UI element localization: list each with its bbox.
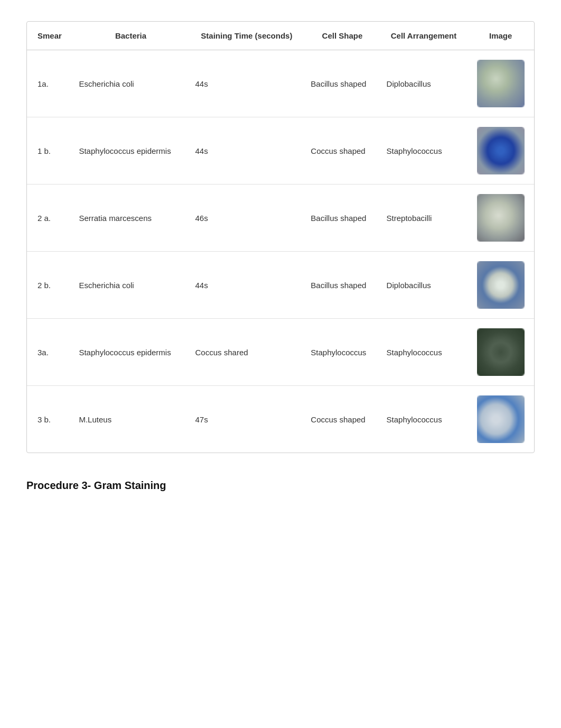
image-cell [467,50,534,117]
col-image: Image [467,22,534,50]
staining-time-cell: 47s [189,386,305,453]
table-row: 1a.Escherichia coli44sBacillus shapedDip… [27,50,534,117]
header-row: Smear Bacteria Staining Time (seconds) C… [27,22,534,50]
microscope-image [477,60,525,107]
col-cell-arrangement: Cell Arrangement [380,22,467,50]
col-cell-shape: Cell Shape [304,22,380,50]
cell-arrangement-cell: Diplobacillus [380,50,467,117]
cell-shape-cell: Bacillus shaped [304,50,380,117]
microscope-image [477,194,525,242]
table-row: 3 b.M.Luteus47sCoccus shapedStaphylococc… [27,386,534,453]
col-bacteria: Bacteria [72,22,189,50]
image-cell [467,117,534,185]
smear-cell: 1 b. [27,117,72,185]
cell-shape-cell: Coccus shaped [304,117,380,185]
main-table-wrapper: Smear Bacteria Staining Time (seconds) C… [26,21,535,453]
staining-time-cell: 46s [189,185,305,252]
col-staining-time: Staining Time (seconds) [189,22,305,50]
staining-time-cell: 44s [189,50,305,117]
bacteria-cell: Staphylococcus epidermis [72,117,189,185]
cell-shape-cell: Bacillus shaped [304,185,380,252]
smear-cell: 3a. [27,319,72,386]
bacteria-cell: Staphylococcus epidermis [72,319,189,386]
image-cell [467,319,534,386]
bacteria-cell: Serratia marcescens [72,185,189,252]
smear-cell: 3 b. [27,386,72,453]
procedure-heading: Procedure 3- Gram Staining [26,480,535,492]
staining-time-cell: Coccus shared [189,319,305,386]
staining-time-cell: 44s [189,117,305,185]
table-row: 2 a.Serratia marcescens46sBacillus shape… [27,185,534,252]
smear-cell: 1a. [27,50,72,117]
bacteria-cell: M.Luteus [72,386,189,453]
cell-shape-cell: Coccus shaped [304,386,380,453]
bacteria-table: Smear Bacteria Staining Time (seconds) C… [27,22,534,453]
microscope-image [477,127,525,174]
microscope-image [477,395,525,443]
cell-shape-cell: Bacillus shaped [304,252,380,319]
smear-cell: 2 a. [27,185,72,252]
cell-arrangement-cell: Staphylococcus [380,319,467,386]
image-cell [467,185,534,252]
table-row: 3a.Staphylococcus epidermisCoccus shared… [27,319,534,386]
microscope-image [477,261,525,309]
table-row: 1 b.Staphylococcus epidermis44sCoccus sh… [27,117,534,185]
bacteria-cell: Escherichia coli [72,50,189,117]
smear-cell: 2 b. [27,252,72,319]
table-row: 2 b.Escherichia coli44sBacillus shapedDi… [27,252,534,319]
cell-arrangement-cell: Streptobacilli [380,185,467,252]
microscope-image [477,328,525,376]
cell-arrangement-cell: Staphylococcus [380,386,467,453]
cell-arrangement-cell: Staphylococcus [380,117,467,185]
staining-time-cell: 44s [189,252,305,319]
image-cell [467,386,534,453]
image-cell [467,252,534,319]
table-body: 1a.Escherichia coli44sBacillus shapedDip… [27,50,534,453]
bacteria-cell: Escherichia coli [72,252,189,319]
cell-arrangement-cell: Diplobacillus [380,252,467,319]
table-header: Smear Bacteria Staining Time (seconds) C… [27,22,534,50]
col-smear: Smear [27,22,72,50]
cell-shape-cell: Staphylococcus [304,319,380,386]
